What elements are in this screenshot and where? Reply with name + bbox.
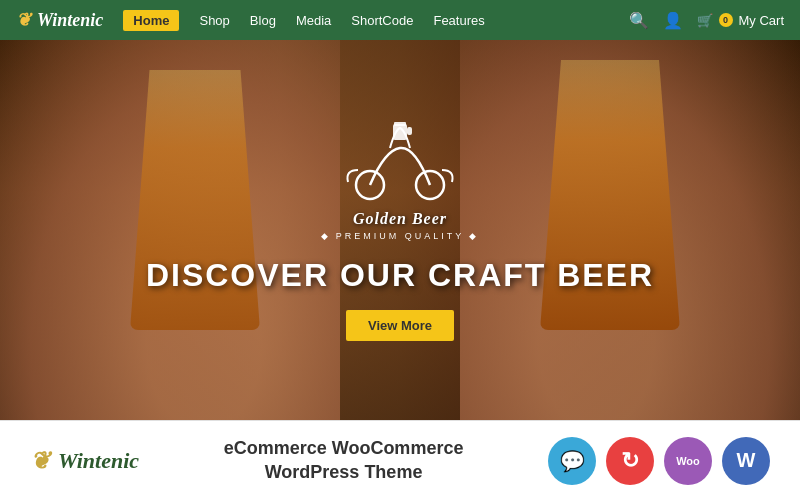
cart-badge: 0 [719, 13, 733, 27]
nav-shop[interactable]: Shop [199, 13, 229, 28]
cart-label: My Cart [739, 13, 785, 28]
woo-badge[interactable]: woo [664, 437, 712, 485]
badge-text-line1: Golden Beer [353, 210, 447, 228]
chat-icon: 💬 [560, 449, 585, 473]
refresh-icon: ↻ [621, 448, 639, 474]
nav-shortcode[interactable]: ShortCode [351, 13, 413, 28]
diamond-left: ◆ [321, 231, 331, 241]
hero-section: Golden Beer ◆ PREMIUM QUALITY ◆ DISCOVER… [0, 40, 800, 420]
hero-badge: Golden Beer ◆ PREMIUM QUALITY ◆ [321, 120, 480, 241]
nav-icons: 🔍 👤 🛒 0 My Cart [629, 11, 785, 30]
refresh-badge[interactable]: ↻ [606, 437, 654, 485]
beer-logo-emblem [340, 120, 460, 210]
navbar: ❦ Wintenic Home Shop Blog Media ShortCod… [0, 0, 800, 40]
navbar-logo[interactable]: ❦ Wintenic [16, 9, 103, 31]
diamond-right: ◆ [469, 231, 479, 241]
nav-home[interactable]: Home [123, 10, 179, 31]
svg-rect-4 [394, 122, 406, 126]
svg-rect-3 [407, 127, 412, 135]
footer-badges: 💬 ↻ woo W [548, 437, 770, 485]
woo-label: woo [676, 455, 700, 467]
footer-tagline-line2: WordPress Theme [139, 461, 548, 484]
nav-links: Home Shop Blog Media ShortCode Features [123, 10, 628, 31]
badge-quality-line: ◆ PREMIUM QUALITY ◆ [321, 231, 480, 241]
badge-text-line2: PREMIUM QUALITY [336, 231, 465, 241]
user-icon[interactable]: 👤 [663, 11, 683, 30]
footer-tagline-line1: eCommerce WooCommerce [139, 437, 548, 460]
cart-button[interactable]: 🛒 0 My Cart [697, 13, 785, 28]
hero-content: Golden Beer ◆ PREMIUM QUALITY ◆ DISCOVER… [146, 120, 654, 341]
search-icon[interactable]: 🔍 [629, 11, 649, 30]
footer-logo-text: Wintenic [58, 448, 139, 474]
nav-media[interactable]: Media [296, 13, 331, 28]
svg-rect-2 [393, 124, 407, 140]
nav-blog[interactable]: Blog [250, 13, 276, 28]
footer-wheat-icon: ❦ [30, 447, 50, 475]
wheat-icon: ❦ [16, 9, 31, 31]
hero-title: DISCOVER OUR CRAFT BEER [146, 257, 654, 294]
view-more-button[interactable]: View More [346, 310, 454, 341]
footer-strip: ❦ Wintenic eCommerce WooCommerce WordPre… [0, 420, 800, 500]
wordpress-badge[interactable]: W [722, 437, 770, 485]
chat-badge[interactable]: 💬 [548, 437, 596, 485]
wordpress-icon: W [737, 449, 756, 472]
footer-tagline: eCommerce WooCommerce WordPress Theme [139, 437, 548, 484]
nav-features[interactable]: Features [433, 13, 484, 28]
footer-logo: ❦ Wintenic [30, 447, 139, 475]
cart-icon: 🛒 [697, 13, 713, 28]
logo-text: Wintenic [37, 10, 103, 31]
